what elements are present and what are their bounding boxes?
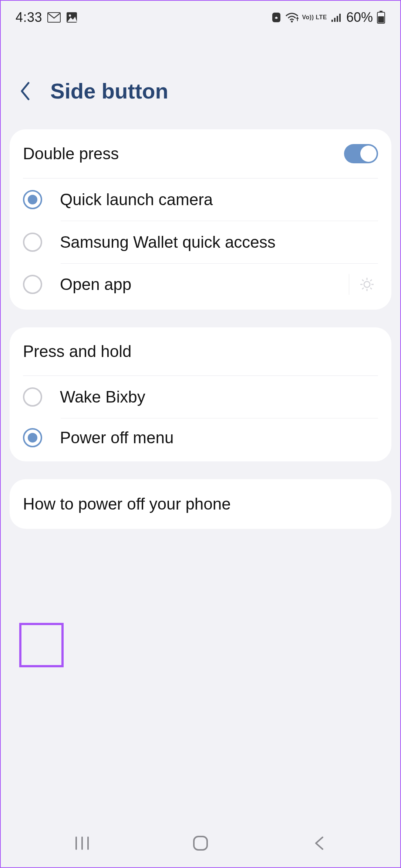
battery-icon bbox=[377, 11, 385, 24]
home-button[interactable] bbox=[178, 832, 223, 854]
gear-icon[interactable] bbox=[356, 273, 378, 296]
volte-icon: Vo)) LTE bbox=[302, 15, 327, 20]
recents-button[interactable] bbox=[60, 832, 104, 854]
svg-rect-8 bbox=[339, 14, 341, 22]
double-press-title: Double press bbox=[23, 144, 344, 163]
radio-icon bbox=[23, 275, 42, 294]
svg-point-2 bbox=[69, 14, 71, 17]
svg-rect-16 bbox=[194, 837, 207, 850]
radio-option-samsung-wallet[interactable]: Samsung Wallet quick access bbox=[10, 221, 391, 263]
radio-option-open-app[interactable]: Open app bbox=[10, 264, 391, 310]
radio-icon bbox=[23, 428, 42, 447]
divider bbox=[349, 274, 349, 295]
status-time: 4:33 bbox=[16, 10, 42, 25]
radio-label: Samsung Wallet quick access bbox=[60, 233, 378, 251]
press-hold-header: Press and hold bbox=[10, 327, 391, 375]
back-button[interactable] bbox=[16, 80, 34, 102]
radio-label: Quick launch camera bbox=[60, 190, 378, 209]
image-icon bbox=[66, 11, 78, 23]
radio-label: Open app bbox=[60, 275, 349, 294]
radio-option-quick-launch-camera[interactable]: Quick launch camera bbox=[10, 178, 391, 221]
highlight-marker bbox=[19, 623, 64, 667]
nav-back-button[interactable] bbox=[297, 832, 341, 854]
radio-option-power-off-menu[interactable]: Power off menu bbox=[10, 418, 391, 461]
press-hold-card: Press and hold Wake Bixby Power off menu bbox=[10, 327, 391, 461]
radio-label: Power off menu bbox=[60, 428, 378, 447]
navigation-bar bbox=[1, 819, 400, 867]
page-header: Side button bbox=[1, 34, 400, 129]
radio-label: Wake Bixby bbox=[60, 388, 378, 406]
battery-percent: 60% bbox=[346, 10, 373, 25]
signal-icon bbox=[331, 12, 343, 23]
link-label: How to power off your phone bbox=[23, 495, 231, 513]
double-press-toggle[interactable] bbox=[344, 144, 378, 163]
gmail-icon bbox=[47, 12, 61, 23]
svg-point-4 bbox=[291, 21, 293, 23]
svg-rect-11 bbox=[378, 16, 384, 23]
leaf-icon bbox=[271, 11, 282, 23]
status-bar: 4:33 Vo)) LTE 60% bbox=[1, 1, 400, 34]
wifi-icon bbox=[285, 12, 299, 23]
press-hold-title: Press and hold bbox=[23, 342, 378, 361]
svg-rect-7 bbox=[337, 16, 338, 22]
svg-rect-5 bbox=[331, 20, 333, 22]
how-to-link[interactable]: How to power off your phone bbox=[10, 479, 391, 529]
radio-icon bbox=[23, 190, 42, 209]
double-press-card: Double press Quick launch camera Samsung… bbox=[10, 129, 391, 310]
page-title: Side button bbox=[50, 79, 168, 103]
svg-rect-6 bbox=[334, 18, 336, 22]
radio-icon bbox=[23, 387, 42, 407]
svg-point-12 bbox=[364, 281, 370, 287]
double-press-header[interactable]: Double press bbox=[10, 129, 391, 178]
radio-option-wake-bixby[interactable]: Wake Bixby bbox=[10, 376, 391, 418]
radio-icon bbox=[23, 233, 42, 252]
